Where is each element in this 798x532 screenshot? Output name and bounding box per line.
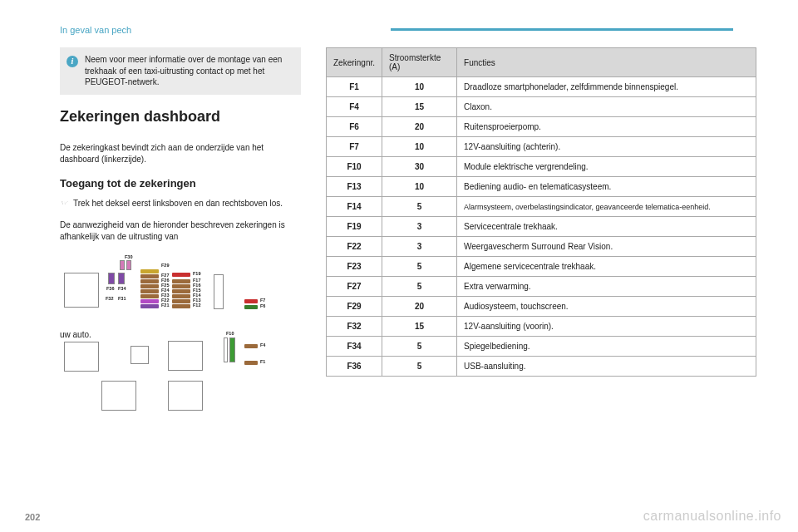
fuse-amperage: 20 [382,297,457,317]
diagram-fuse [229,337,235,362]
fuse-number: F23 [327,257,382,277]
table-header-col3: Functies [457,48,756,77]
fuse-number: F1 [327,77,382,97]
fuse-function: 12V-aansluiting (voorin). [457,317,756,337]
fuse-amperage: 5 [382,357,457,377]
note-text: De aanwezigheid van de hieronder beschre… [60,219,301,243]
fuse-function: USB-aansluiting. [457,357,756,377]
fuse-number: F27 [327,277,382,297]
diagram-fuse [108,273,115,284]
diagram-fuse [172,273,190,277]
diagram-fuse [172,299,190,303]
diagram-slot [168,381,203,411]
watermark: carmanualsonline.info [643,509,781,524]
fuse-amperage: 5 [382,337,457,357]
diagram-label: F29 [161,263,169,269]
table-row: F365USB-aansluiting. [327,357,756,377]
fuse-function: Bediening audio- en telematicasysteem. [457,177,756,197]
fuse-amperage: 3 [382,217,457,237]
diagram-fuse [140,299,159,303]
fuse-number: F4 [327,97,382,117]
fuse-number: F6 [327,117,382,137]
fuse-function: Spiegelbediening. [457,337,756,357]
fuse-amperage: 5 [382,197,457,217]
diagram-fuse [244,299,258,303]
chapter-title: In geval van pech [60,25,131,35]
diagram-label: F10 [226,331,234,337]
header-rule [391,28,733,31]
fuse-function: Module elektrische vergrendeling. [457,157,756,177]
diagram-label: F31 [118,296,126,303]
info-box: i Neem voor meer informatie over de mont… [60,47,301,95]
table-row: F345Spiegelbediening. [327,337,756,357]
left-column: i Neem voor meer informatie over de mont… [60,21,301,421]
diagram-slot [101,381,136,411]
table-row: F145Alarmsysteem, overbelastingsindicato… [327,197,756,217]
right-column: Zekeringnr. Stroomsterkte (A) Functies F… [326,21,756,421]
table-row: F321512V-aansluiting (voorin). [327,317,756,337]
diagram-fuse [118,273,125,284]
diagram-fuse [244,344,258,348]
diagram-label: F21 [161,303,169,309]
diagram-fuse [172,289,190,293]
table-row: F1310Bediening audio- en telematicasyste… [327,177,756,197]
table-row: F110Draadloze smartphonelader, zelfdimme… [327,77,756,97]
fuse-amperage: 3 [382,237,457,257]
diagram-label: F6 [260,303,265,310]
diagram-fuse [172,304,190,308]
diagram-fuse [140,279,159,283]
diagram-fuse [140,304,159,308]
fuse-amperage: 10 [382,137,457,157]
fuse-amperage: 20 [382,117,457,137]
table-row: F1030Module elektrische vergrendeling. [327,157,756,177]
diagram-fuse [126,260,131,270]
diagram-label: F32 [106,296,113,303]
fuse-diagram: uw auto. F30 F36 F34 F32 F31 [60,254,301,421]
fuse-number: F7 [327,137,382,157]
fuse-amperage: 5 [382,277,457,297]
table-row: F620Ruitensproeierpomp. [327,117,756,137]
diagram-label: F19 [193,271,200,278]
fuse-function: Weergavescherm Surround Rear Vision. [457,237,756,257]
fuse-function: Ruitensproeierpomp. [457,117,756,137]
fuse-number: F22 [327,237,382,257]
diagram-label: F12 [193,303,200,309]
table-row: F71012V-aansluiting (achterin). [327,137,756,157]
diagram-fuse [172,294,190,298]
sub-heading: Toegang tot de zekeringen [60,177,301,190]
diagram-fuse [140,294,159,298]
fuse-number: F29 [327,297,382,317]
table-row: F235Algemene servicecentrale trekhaak. [327,257,756,277]
fuse-function: Audiosysteem, touchscreen. [457,297,756,317]
fuse-table: Zekeringnr. Stroomsterkte (A) Functies F… [326,47,756,377]
diagram-slot [64,273,99,308]
fuse-amperage: 15 [382,317,457,337]
section-title: Zekeringen dashboard [60,108,301,126]
fuse-amperage: 5 [382,257,457,277]
table-row: F223Weergavescherm Surround Rear Vision. [327,237,756,257]
fuse-number: F32 [327,317,382,337]
table-row: F275Extra verwarming. [327,277,756,297]
table-row: F2920Audiosysteem, touchscreen. [327,297,756,317]
diagram-fuse [140,274,159,278]
diagram-fuse [140,289,159,293]
diagram-fuse [224,337,228,362]
table-row: F415Claxon. [327,97,756,117]
diagram-slot [131,346,149,364]
fuse-function: Draadloze smartphonelader, zelfdimmende … [457,77,756,97]
fuse-amperage: 10 [382,77,457,97]
diagram-label: F34 [118,286,126,293]
table-row: F193Servicecentrale trekhaak. [327,217,756,237]
fuse-number: F34 [327,337,382,357]
fuse-function: Alarmsysteem, overbelastingsindicator, g… [457,197,756,217]
fuse-amperage: 30 [382,157,457,177]
diagram-slot [64,342,99,372]
diagram-label: F4 [260,342,265,349]
fuse-amperage: 15 [382,97,457,117]
table-header-col1: Zekeringnr. [327,48,382,77]
diagram-fuse [140,284,159,288]
fuse-amperage: 10 [382,177,457,197]
diagram-label: F36 [106,286,114,293]
diagram-slot [214,274,224,309]
fuse-function: Claxon. [457,97,756,117]
